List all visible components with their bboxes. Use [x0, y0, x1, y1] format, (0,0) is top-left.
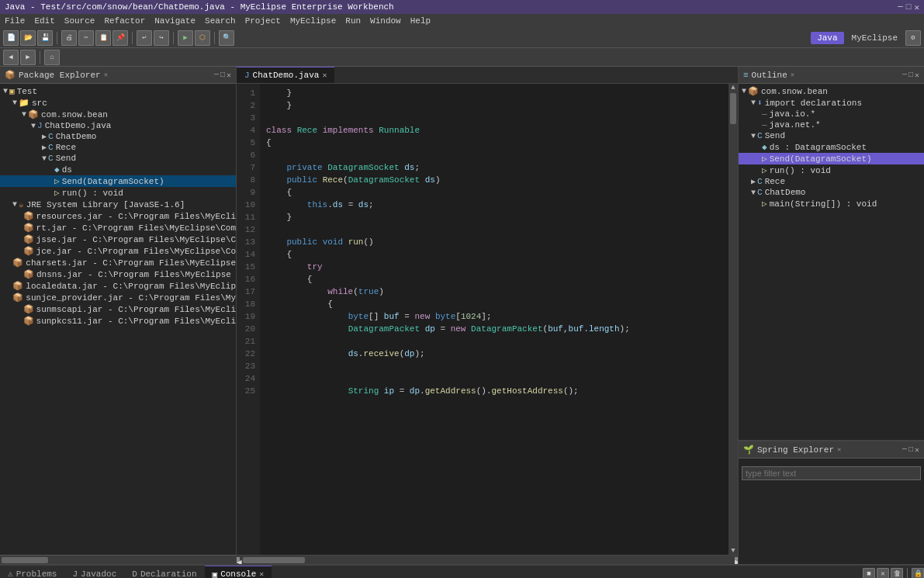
tree-item-jsse-jar[interactable]: 📦 jsse.jar - C:\Program Files\MyEclipse\…	[0, 234, 236, 245]
debug-btn[interactable]: ⬡	[195, 30, 210, 46]
menu-help[interactable]: Help	[410, 16, 431, 26]
tree-item-charsets-jar[interactable]: 📦 charsets.jar - C:\Program Files\MyEcli…	[0, 257, 236, 268]
tab-console[interactable]: ▣ Console ✕	[205, 566, 272, 578]
copy-btn[interactable]: 📋	[95, 30, 111, 46]
tree-item-package[interactable]: ▼ 📦 com.snow.bean	[0, 109, 236, 120]
tree-item-dnsns-jar[interactable]: 📦 dnsns.jar - C:\Program Files\MyEclipse	[0, 268, 236, 280]
clear-btn[interactable]: 🗑	[891, 568, 903, 579]
hscroll-thumb-editor[interactable]	[243, 557, 305, 563]
tab-declaration[interactable]: D Declaration	[124, 566, 204, 578]
outline-item-send-class[interactable]: ▼ C Send	[739, 130, 924, 141]
outline-item-main-method[interactable]: ▷ main(String[]) : void	[739, 198, 924, 209]
vscroll-thumb[interactable]	[730, 93, 736, 124]
settings-btn[interactable]: ⚙	[905, 30, 921, 46]
maximize-btn[interactable]: □	[906, 2, 912, 12]
maximize-panel-btn[interactable]: □	[220, 71, 225, 80]
scroll-lock-btn[interactable]: 🔒	[912, 568, 924, 579]
editor-vscroll[interactable]: ▲ ▼	[728, 84, 738, 555]
outline-maximize-btn[interactable]: □	[908, 71, 913, 80]
package-icon-tree: 📦	[28, 109, 39, 119]
editor-hscroll[interactable]: ◀ ▶	[237, 555, 738, 564]
tree-item-chatdemo[interactable]: ▼ J ChatDemo.java	[0, 120, 236, 131]
tab-javadoc[interactable]: J Javadoc	[64, 566, 124, 578]
menu-myeclipse[interactable]: MyEclipse	[290, 16, 336, 26]
collapse-btn[interactable]: ─	[214, 71, 219, 80]
tree-item-rt-jar[interactable]: 📦 rt.jar - C:\Program Files\MyEclipse\Co…	[0, 222, 236, 234]
outline-item-javanet[interactable]: — java.net.*	[739, 119, 924, 130]
spring-close-btn[interactable]: ✕	[915, 445, 919, 455]
console-sep	[907, 568, 908, 579]
terminate-btn[interactable]: ■	[863, 568, 875, 579]
tree-item-rece[interactable]: ▶ C Rece	[0, 142, 236, 153]
cut-btn[interactable]: ✂	[78, 30, 94, 46]
perspective-java[interactable]: Java	[811, 32, 843, 44]
tab-chatdemo[interactable]: J ChatDemo.java ✕	[237, 67, 334, 83]
paste-btn[interactable]: 📌	[112, 30, 128, 46]
outline-item-package[interactable]: ▼ 📦 com.snow.bean	[739, 85, 924, 97]
save-btn[interactable]: 💾	[37, 30, 53, 46]
outline-item-javaio[interactable]: — java.io.*	[739, 109, 924, 119]
outline-item-chatdemo-class[interactable]: ▼ C ChatDemo	[739, 187, 924, 198]
home-btn[interactable]: ⌂	[44, 50, 60, 65]
menu-run[interactable]: Run	[345, 16, 361, 26]
menu-edit[interactable]: Edit	[34, 16, 54, 26]
tree-item-sunmscapi-jar[interactable]: 📦 sunmscapi.jar - C:\Program Files\MyEcl…	[0, 303, 236, 315]
code-content[interactable]: } } class Rece implements Runnable { pri…	[260, 84, 728, 555]
hscroll-thumb-left[interactable]	[2, 557, 48, 563]
outline-tree[interactable]: ▼ 📦 com.snow.bean ▼ ⬇ import declaration…	[739, 84, 924, 440]
outline-item-ds-field[interactable]: ◆ ds : DatagramSocket	[739, 141, 924, 153]
tree-item-chatdemo-class[interactable]: ▶ C ChatDemo	[0, 131, 236, 142]
open-btn[interactable]: 📂	[20, 30, 36, 46]
package-tree[interactable]: ▼ ▣ Test ▼ 📁 src ▼ 📦 com.snow.bean ▼	[0, 84, 236, 555]
tree-item-ds[interactable]: ◆ ds	[0, 164, 236, 175]
run-btn[interactable]: ▶	[178, 30, 193, 46]
vscroll-down[interactable]: ▼	[728, 547, 738, 555]
outline-item-send-constructor[interactable]: ▷ Send(DatagramSocket)	[739, 153, 924, 164]
undo-btn[interactable]: ↩	[137, 30, 152, 46]
search-btn[interactable]: 🔍	[219, 30, 234, 46]
tree-item-resources-jar[interactable]: 📦 resources.jar - C:\Program Files\MyEcl…	[0, 210, 236, 222]
spring-maximize-btn[interactable]: □	[908, 445, 913, 455]
outline-item-run-method[interactable]: ▷ run() : void	[739, 164, 924, 176]
spring-collapse-btn[interactable]: ─	[902, 445, 907, 455]
tree-item-run[interactable]: ▷ run() : void	[0, 187, 236, 199]
tree-item-send[interactable]: ▼ C Send	[0, 153, 236, 164]
code-editor[interactable]: 12345 678910 1112131415 1617181920 21222…	[237, 84, 738, 555]
outline-item-rece-class[interactable]: ▶ C Rece	[739, 176, 924, 187]
close-btn[interactable]: ✕	[914, 2, 919, 12]
tree-item-jce-jar[interactable]: 📦 jce.jar - C:\Program Files\MyEclipse\C…	[0, 245, 236, 257]
redo-btn[interactable]: ↪	[154, 30, 169, 46]
back-btn[interactable]: ◀	[3, 50, 19, 65]
new-btn[interactable]: 📄	[3, 30, 19, 46]
tree-item-test[interactable]: ▼ ▣ Test	[0, 85, 236, 97]
left-panel-hscroll[interactable]	[0, 555, 236, 564]
vscroll-up[interactable]: ▲	[728, 84, 738, 92]
tab-close-chatdemo[interactable]: ✕	[322, 71, 327, 80]
menu-navigate[interactable]: Navigate	[154, 16, 196, 26]
panel-header-buttons: ─ □ ✕	[214, 71, 231, 80]
spring-filter-input[interactable]	[742, 466, 921, 480]
console-tab-close[interactable]: ✕	[259, 569, 264, 578]
tree-item-src[interactable]: ▼ 📁 src	[0, 97, 236, 109]
close-panel-btn[interactable]: ✕	[227, 71, 231, 80]
remove-btn[interactable]: ✕	[877, 568, 889, 579]
print-btn[interactable]: 🖨	[61, 30, 77, 46]
outline-close-btn[interactable]: ✕	[915, 71, 919, 80]
perspective-myeclipse[interactable]: MyEclipse	[846, 32, 904, 44]
tab-problems[interactable]: ⚠ Problems	[0, 566, 64, 578]
menu-file[interactable]: File	[5, 16, 25, 26]
tree-item-jre[interactable]: ▼ ☕ JRE System Library [JavaSE-1.6]	[0, 199, 236, 210]
tree-item-send-constructor[interactable]: ▷ Send(DatagramSocket)	[0, 175, 236, 187]
menu-search[interactable]: Search	[205, 16, 236, 26]
tree-item-localedata-jar[interactable]: 📦 localedata.jar - C:\Program Files\MyEc…	[0, 280, 236, 292]
menu-source[interactable]: Source	[64, 16, 95, 26]
outline-item-imports[interactable]: ▼ ⬇ import declarations	[739, 97, 924, 109]
menu-project[interactable]: Project	[245, 16, 281, 26]
forward-btn[interactable]: ▶	[20, 50, 36, 65]
outline-collapse-btn[interactable]: ─	[902, 71, 907, 80]
tree-item-sunjce-jar[interactable]: 📦 sunjce_provider.jar - C:\Program Files…	[0, 292, 236, 303]
menu-refactor[interactable]: Refactor	[104, 16, 145, 26]
tree-item-sunpkcs11-jar[interactable]: 📦 sunpkcs11.jar - C:\Program Files\MyEcl…	[0, 315, 236, 327]
minimize-btn[interactable]: ─	[898, 2, 903, 12]
menu-window[interactable]: Window	[370, 16, 401, 26]
